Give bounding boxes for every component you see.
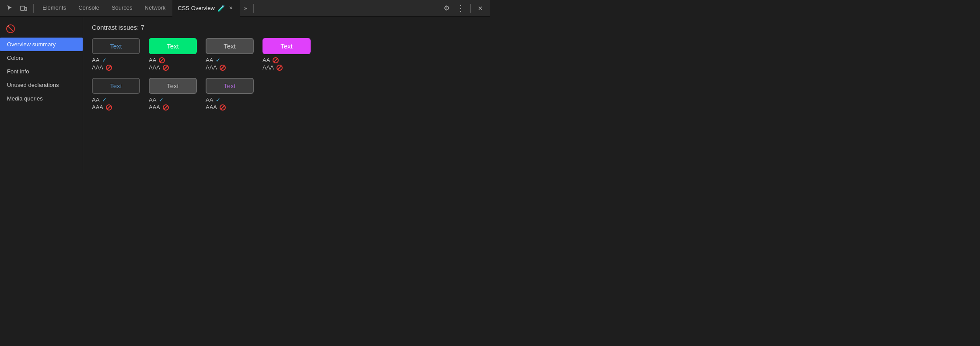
aaa-fail-icon-4: [276, 65, 283, 71]
contrast-item-4: Text AA AAA: [262, 38, 311, 71]
contrast-grid: Text AA ✓ AAA: [92, 38, 481, 111]
close-tab-button[interactable]: ✕: [228, 5, 234, 12]
tab-css-overview[interactable]: CSS Overview 🧪 ✕: [172, 0, 240, 17]
check-aa-7: AA ✓: [206, 97, 254, 103]
contrast-btn-6[interactable]: Text: [149, 78, 197, 94]
check-aaa-6: AAA: [149, 104, 197, 111]
aa-fail-icon-4: [273, 57, 279, 63]
aaa-fail-icon-2: [163, 65, 169, 71]
aaa-fail-icon-5: [106, 104, 112, 111]
content-area: Contrast issues: 7 Text AA ✓ AAA: [83, 17, 490, 173]
tab-sources[interactable]: Sources: [106, 0, 138, 17]
check-aa-2: AA: [149, 57, 197, 63]
check-aa-1: AA ✓: [92, 57, 140, 63]
settings-icon[interactable]: ⚙: [441, 2, 453, 14]
aa-pass-icon-6: ✓: [159, 97, 164, 103]
toolbar-divider-2: [253, 4, 254, 13]
svg-rect-1: [25, 7, 27, 10]
contrast-item-6: Text AA ✓ AAA: [149, 78, 197, 111]
contrast-issues-title: Contrast issues: 7: [92, 24, 481, 31]
contrast-row-2: Text AA ✓ AAA: [92, 78, 481, 111]
checks-item-3: AA ✓ AAA: [206, 57, 254, 71]
main-layout: 🚫 Overview summary Colors Font info Unus…: [0, 17, 490, 173]
aa-pass-icon-5: ✓: [102, 97, 107, 103]
check-aa-4: AA: [262, 57, 311, 63]
svg-rect-0: [21, 6, 24, 10]
contrast-btn-5[interactable]: Text: [92, 78, 140, 94]
check-aa-3: AA ✓: [206, 57, 254, 63]
toolbar-right-actions: ⚙ ⋮ ✕: [441, 2, 486, 14]
check-aaa-3: AAA: [206, 64, 254, 71]
contrast-item-1: Text AA ✓ AAA: [92, 38, 140, 71]
check-aaa-2: AAA: [149, 64, 197, 71]
tab-elements[interactable]: Elements: [37, 0, 71, 17]
contrast-btn-3[interactable]: Text: [206, 38, 254, 54]
checks-item-7: AA ✓ AAA: [206, 97, 254, 111]
contrast-item-7: Text AA ✓ AAA: [206, 78, 254, 111]
checks-item-2: AA AAA: [149, 57, 197, 71]
checks-item-1: AA ✓ AAA: [92, 57, 140, 71]
checks-item-6: AA ✓ AAA: [149, 97, 197, 111]
checks-item-4: AA AAA: [262, 57, 311, 71]
contrast-btn-2[interactable]: Text: [149, 38, 197, 54]
checks-item-5: AA ✓ AAA: [92, 97, 140, 111]
aa-pass-icon-3: ✓: [216, 57, 220, 63]
contrast-btn-1[interactable]: Text: [92, 38, 140, 54]
sidebar: 🚫 Overview summary Colors Font info Unus…: [0, 17, 83, 173]
toolbar: Elements Console Sources Network CSS Ove…: [0, 0, 490, 17]
aa-fail-icon-2: [159, 57, 165, 63]
aa-pass-icon-7: ✓: [216, 97, 220, 103]
tab-network[interactable]: Network: [140, 0, 171, 17]
check-aa-5: AA ✓: [92, 97, 140, 103]
contrast-btn-4[interactable]: Text: [262, 38, 311, 54]
device-toggle-icon[interactable]: [18, 2, 30, 14]
aaa-fail-icon-7: [220, 104, 226, 111]
aaa-fail-icon-3: [220, 65, 226, 71]
contrast-item-2: Text AA AAA: [149, 38, 197, 71]
check-aaa-4: AAA: [262, 64, 311, 71]
sidebar-item-unused-declarations[interactable]: Unused declarations: [0, 78, 83, 92]
contrast-btn-7[interactable]: Text: [206, 78, 254, 94]
sidebar-item-font-info[interactable]: Font info: [0, 65, 83, 78]
tab-console[interactable]: Console: [73, 0, 105, 17]
toolbar-divider-3: [470, 4, 471, 13]
more-options-icon[interactable]: ⋮: [455, 2, 467, 14]
check-aaa-1: AAA: [92, 64, 140, 71]
check-aa-6: AA ✓: [149, 97, 197, 103]
sidebar-item-media-queries[interactable]: Media queries: [0, 92, 83, 105]
cursor-icon[interactable]: [4, 2, 16, 14]
sidebar-item-overview-summary[interactable]: Overview summary: [0, 38, 83, 51]
check-aaa-5: AAA: [92, 104, 140, 111]
toolbar-divider-1: [33, 4, 34, 13]
aaa-fail-icon-6: [163, 104, 169, 111]
sidebar-no-icon[interactable]: 🚫: [4, 22, 18, 36]
contrast-item-3: Text AA ✓ AAA: [206, 38, 254, 71]
sidebar-item-colors[interactable]: Colors: [0, 51, 83, 65]
aa-pass-icon-1: ✓: [102, 57, 107, 63]
check-aaa-7: AAA: [206, 104, 254, 111]
more-tabs-button[interactable]: »: [242, 5, 250, 11]
aaa-fail-icon-1: [106, 65, 112, 71]
contrast-item-5: Text AA ✓ AAA: [92, 78, 140, 111]
flask-icon: 🧪: [217, 5, 225, 12]
contrast-row-1: Text AA ✓ AAA: [92, 38, 481, 71]
close-devtools-button[interactable]: ✕: [474, 2, 486, 14]
